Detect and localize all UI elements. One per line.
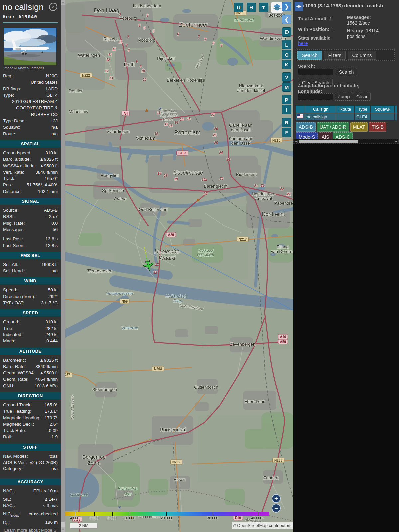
hscroll-thumb[interactable] bbox=[299, 140, 358, 143]
motorway-exit-number: 8 bbox=[128, 48, 130, 52]
map-button-t[interactable]: T bbox=[259, 3, 268, 12]
osm-link[interactable]: © OpenStreetMap bbox=[233, 523, 268, 528]
data-value: 282 kt bbox=[15, 325, 58, 332]
map-town-label: Krimpen aan bbox=[229, 136, 253, 141]
map-town-label: Steenbergen bbox=[92, 387, 117, 392]
map-town-label: Rijswijk bbox=[103, 36, 118, 41]
map-town-label: Oudeland bbox=[198, 249, 214, 253]
data-value[interactable]: N20G bbox=[15, 73, 58, 79]
data-value[interactable]: LADD bbox=[23, 86, 58, 92]
section-header: ACCURACY bbox=[0, 478, 61, 485]
search-button[interactable]: Search bbox=[336, 68, 357, 76]
jump-input[interactable] bbox=[298, 93, 333, 100]
data-row: Last Seen:12.8 s bbox=[0, 242, 61, 249]
sidebar-scrollbar[interactable]: ▲ ▼ bbox=[61, 0, 65, 532]
cell-cs[interactable]: no callsign bbox=[305, 113, 336, 120]
map-town-label: Nieuwerkerk bbox=[239, 83, 263, 88]
data-value: 19008 ft bbox=[21, 261, 58, 268]
button-f[interactable]: F bbox=[282, 128, 291, 137]
scrollbar-up-icon[interactable]: ▲ bbox=[61, 0, 65, 5]
expand-right-icon[interactable]: ❯ bbox=[282, 2, 291, 11]
search-input[interactable] bbox=[298, 69, 333, 75]
filter-mlat[interactable]: MLAT bbox=[350, 122, 368, 132]
section-header: ALTITUDE bbox=[0, 348, 61, 355]
us-flag-icon bbox=[296, 113, 305, 120]
messages-rate: Messages:1562.2/sec bbox=[347, 15, 397, 26]
tab-columns[interactable]: Columns bbox=[348, 51, 376, 60]
data-row: TAT / OAT:3 / -7 °C bbox=[0, 300, 61, 306]
motorway-exit-number: 14 bbox=[174, 121, 178, 124]
aircraft-data-sections: SPATIALGroundspeed:310 ktBaro. altitude:… bbox=[0, 137, 61, 527]
data-value: cross-checked bbox=[22, 511, 58, 519]
data-row: NACP:EPU < 10 m bbox=[0, 488, 61, 496]
map-canvas[interactable]: ✈ ✈ Den HaagLeidschendamVoorburgZoeterme… bbox=[65, 0, 293, 532]
map-town-label: Roosendaal bbox=[160, 427, 186, 432]
map-town-label: Zundert bbox=[264, 475, 279, 480]
jump-clear-button[interactable]: Clear bbox=[353, 93, 371, 101]
hscroll-right-icon[interactable]: ▶ bbox=[394, 139, 398, 143]
map-button-u[interactable]: U bbox=[234, 3, 243, 12]
button-i[interactable]: I bbox=[282, 105, 291, 114]
data-row: Ground:310 kt bbox=[0, 319, 61, 325]
motorway-exit-number: 12 bbox=[106, 58, 110, 62]
button-o[interactable]: O bbox=[282, 50, 291, 59]
data-row: Reg.:N20G bbox=[0, 73, 61, 79]
data-value: n/a bbox=[24, 466, 58, 472]
map-town-label: Ridderkerk bbox=[236, 172, 257, 177]
scrollbar-down-icon[interactable]: ▼ bbox=[61, 527, 65, 532]
data-row: True Heading:173.1° bbox=[0, 408, 61, 414]
motorway-exit-number: 11 bbox=[112, 47, 116, 51]
map-town-label: Berkel en Rodenrijs bbox=[167, 78, 204, 83]
map-town-label: Putten bbox=[114, 196, 127, 201]
map-button-h[interactable]: H bbox=[247, 3, 256, 12]
map-town-label: Zoetermeer bbox=[179, 22, 208, 28]
data-value: ▲9500 ft bbox=[37, 163, 58, 169]
zoom-in-button[interactable]: + bbox=[272, 494, 281, 503]
button-p[interactable]: P bbox=[282, 95, 291, 104]
table-row[interactable]: no callsignGLF4▲ 9825 bbox=[296, 113, 397, 120]
stats-here-link[interactable]: here bbox=[298, 41, 308, 46]
zoom-out-button[interactable]: − bbox=[272, 504, 281, 513]
button-r[interactable]: R bbox=[282, 118, 291, 127]
tab-filters[interactable]: Filters bbox=[324, 51, 346, 60]
button-m[interactable]: M bbox=[282, 82, 291, 92]
column-header[interactable]: Squawk bbox=[371, 106, 394, 113]
column-header[interactable]: Alt. (ft) bbox=[395, 106, 397, 113]
data-value: n/a bbox=[22, 124, 58, 130]
map-town-label: Hoogvliet bbox=[101, 173, 119, 178]
data-value: ▲9500 ft bbox=[36, 370, 58, 376]
motorway-exit-number: 19a bbox=[202, 178, 207, 182]
filter-uat-ads-r[interactable]: UAT / ADS-R bbox=[317, 122, 349, 132]
aircraft-table-wrap: CallsignRouteTypeSquawkAlt. (ft)S no cal… bbox=[295, 105, 397, 121]
button-l[interactable]: L bbox=[282, 40, 291, 49]
aircraft-photo[interactable] bbox=[4, 28, 56, 65]
gear-icon[interactable]: ⚙ bbox=[282, 27, 291, 37]
hscroll-left-icon[interactable]: ◀ bbox=[294, 139, 298, 143]
button-k[interactable]: K bbox=[282, 60, 291, 69]
legend-tick-label: 8 000 bbox=[107, 516, 117, 520]
motorway-exit-number: 25 bbox=[214, 141, 218, 145]
column-header[interactable]: Type bbox=[355, 106, 370, 113]
button-v[interactable]: V bbox=[282, 72, 291, 82]
scrollbar-thumb[interactable] bbox=[61, 5, 65, 522]
table-hscrollbar[interactable]: ◀ ▶ bbox=[294, 139, 398, 144]
filter-tis-b[interactable]: TIS-B bbox=[369, 122, 386, 132]
collapse-left-icon[interactable]: ❮ bbox=[282, 15, 291, 24]
data-value: GLF4 bbox=[15, 92, 58, 98]
data-value: -0.09 bbox=[27, 427, 58, 434]
jump-button[interactable]: Jump bbox=[335, 93, 353, 101]
filter-ads-b[interactable]: ADS-B bbox=[296, 122, 316, 132]
panel-toggle-button[interactable]: ◀▶ bbox=[294, 2, 303, 11]
layers-button[interactable] bbox=[271, 2, 283, 13]
readsb-link[interactable]: readsb bbox=[367, 3, 383, 8]
column-header[interactable] bbox=[296, 106, 305, 113]
section-header: SIGNAL bbox=[0, 198, 61, 205]
column-header[interactable]: Callsign bbox=[305, 106, 336, 113]
motorway-exit-number: 8 bbox=[220, 44, 222, 47]
close-icon[interactable]: × bbox=[49, 3, 57, 11]
motorway-exit-number: 24 bbox=[219, 151, 223, 155]
data-row: Track:165.0° bbox=[0, 175, 61, 182]
tab-search[interactable]: Search bbox=[297, 51, 322, 60]
data-value: 2.6° bbox=[35, 421, 58, 427]
column-header[interactable]: Route bbox=[336, 106, 354, 113]
